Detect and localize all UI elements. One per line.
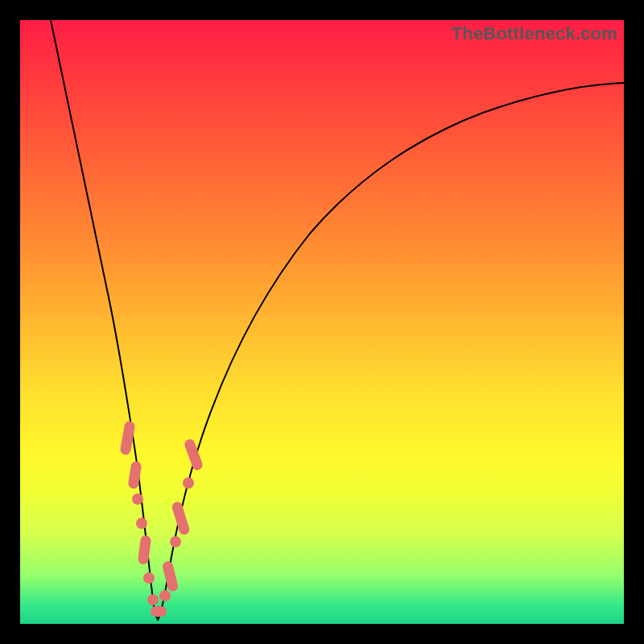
- bottleneck-curve: [51, 20, 624, 620]
- svg-point-3: [136, 518, 147, 529]
- svg-point-12: [183, 477, 194, 489]
- svg-rect-7: [151, 606, 167, 617]
- svg-rect-9: [162, 560, 180, 592]
- plot-area: TheBottleneck.com: [20, 20, 624, 624]
- svg-point-8: [159, 590, 171, 601]
- svg-rect-11: [171, 501, 191, 536]
- chart-svg: [20, 20, 624, 624]
- marker-cluster: [119, 420, 204, 617]
- chart-frame: TheBottleneck.com: [0, 0, 644, 644]
- svg-rect-13: [184, 438, 204, 472]
- svg-point-2: [132, 493, 143, 505]
- svg-point-5: [143, 572, 155, 584]
- svg-rect-4: [138, 535, 151, 564]
- svg-point-10: [170, 536, 181, 547]
- svg-point-6: [147, 594, 159, 605]
